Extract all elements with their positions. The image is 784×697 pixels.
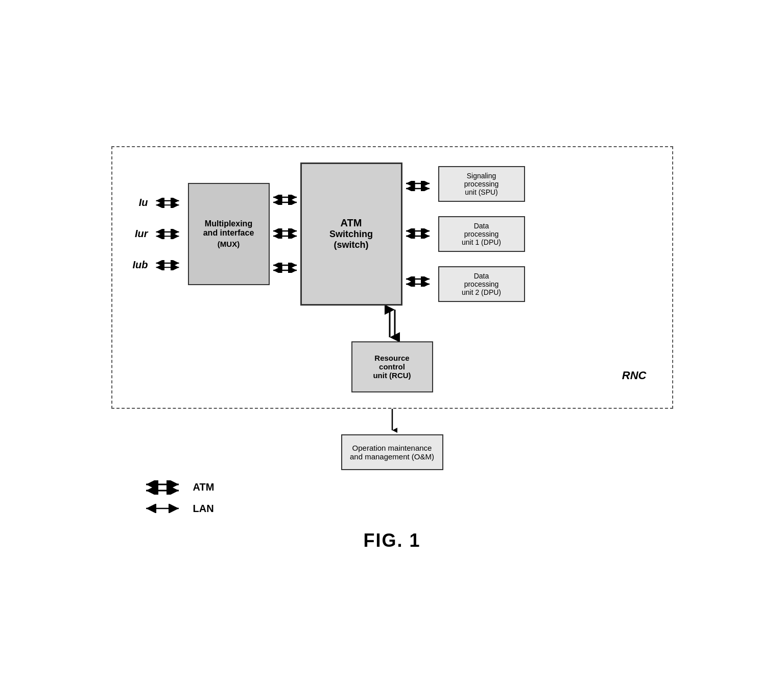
- iu-label: Iu: [128, 197, 148, 208]
- rnc-label: RNC: [622, 369, 647, 382]
- legend-atm-label: ATM: [193, 481, 215, 493]
- rcu-line3: unit (RCU): [373, 371, 411, 380]
- iub-label: Iub: [128, 259, 148, 271]
- mux-switch-arrow-1: [270, 195, 300, 205]
- dpu1-line2: processing: [464, 230, 499, 238]
- switch-spu-arrow: [402, 181, 433, 191]
- page-container: Iu: [111, 146, 673, 551]
- mux-box: Multiplexing and interface (MUX): [188, 183, 270, 285]
- dpu1-line3: unit 1 (DPU): [462, 238, 501, 246]
- interface-row-iub: Iub: [128, 259, 183, 271]
- rcu-oam-section: Operation maintenance and management (O&…: [111, 409, 673, 470]
- legend-area: ATM LAN: [111, 480, 673, 515]
- dpu2-line3: unit 2 (DPU): [462, 288, 501, 296]
- legend-atm-arrow: [142, 480, 183, 495]
- mux-switch-arrow-2: [270, 228, 300, 239]
- oam-line2: and management (O&M): [350, 452, 434, 461]
- right-units: Signaling processing unit (SPU) Data pro…: [438, 166, 525, 302]
- switch-to-units-arrows: [402, 162, 433, 306]
- mux-to-switch-arrows: [270, 183, 300, 285]
- rcu-line1: Resource: [374, 354, 409, 362]
- legend-row-atm: ATM: [142, 480, 673, 495]
- interface-row-iu: Iu: [128, 197, 183, 208]
- spu-line1: Signaling: [467, 172, 496, 180]
- legend-row-lan: LAN: [142, 503, 673, 515]
- switch-rcu-arrow: [385, 306, 400, 341]
- mux-line2: and interface: [203, 228, 254, 238]
- dpu2-line1: Data: [474, 272, 489, 280]
- oam-line1: Operation maintenance: [352, 444, 432, 452]
- top-section: Iu: [128, 162, 657, 306]
- atm-switch-box: ATM Switching (switch): [300, 162, 402, 306]
- figure-label: FIG. 1: [363, 530, 420, 551]
- rcu-line2: control: [379, 362, 405, 371]
- atm-line1: ATM: [341, 217, 362, 229]
- switch-dpu1-arrow: [402, 228, 433, 239]
- dpu2-box: Data processing unit 2 (DPU): [438, 266, 525, 302]
- dpu1-line1: Data: [474, 222, 489, 230]
- legend-lan-arrow: [142, 504, 183, 513]
- rcu-oam-arrow: [387, 409, 397, 434]
- dpu1-box: Data processing unit 1 (DPU): [438, 216, 525, 252]
- atm-line3: (switch): [334, 240, 368, 250]
- diagram-inner: Iu: [128, 162, 657, 392]
- interface-row-iur: Iur: [128, 228, 183, 240]
- figure-label-container: FIG. 1: [363, 530, 420, 551]
- rcu-box: Resource control unit (RCU): [351, 341, 433, 392]
- mux-line3: (MUX): [218, 240, 240, 248]
- switch-rcu-arrow-container: [128, 306, 657, 341]
- mux-line1: Multiplexing: [205, 219, 252, 228]
- spu-line3: unit (SPU): [465, 188, 498, 196]
- spu-box: Signaling processing unit (SPU): [438, 166, 525, 202]
- rnc-label-container: RNC: [622, 369, 647, 382]
- mux-switch-arrow-3: [270, 263, 300, 273]
- left-interfaces: Iu: [128, 197, 183, 271]
- iub-arrow: [152, 260, 183, 270]
- dpu2-line2: processing: [464, 280, 499, 288]
- iur-label: Iur: [128, 228, 148, 240]
- oam-box: Operation maintenance and management (O&…: [341, 434, 443, 470]
- legend-lan-label: LAN: [193, 503, 214, 515]
- iu-arrow: [152, 198, 183, 208]
- diagram-outer-border: Iu: [111, 146, 673, 409]
- iur-arrow: [152, 229, 183, 239]
- spu-line2: processing: [464, 180, 499, 188]
- switch-dpu2-arrow: [402, 276, 433, 287]
- atm-line2: Switching: [329, 229, 373, 240]
